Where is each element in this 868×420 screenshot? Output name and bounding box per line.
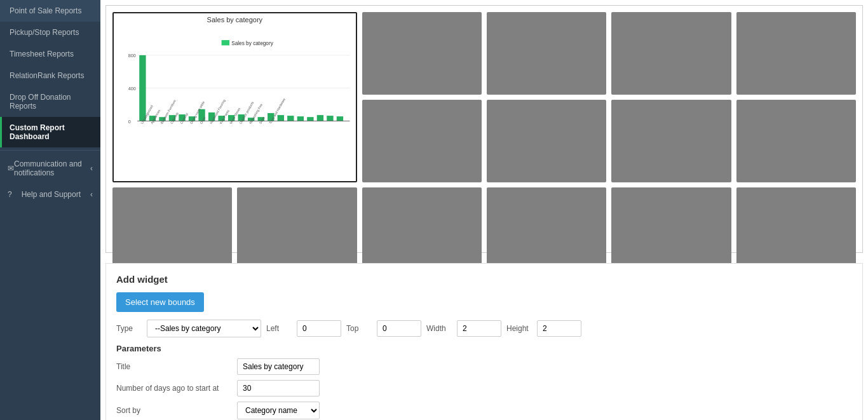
widget-placeholder-10: [237, 187, 356, 270]
type-select[interactable]: --Sales by categorySales by categorySale…: [147, 320, 261, 337]
widget-placeholder-14: [736, 187, 856, 270]
svg-rect-28: [337, 116, 343, 121]
section-label-help-and-support: Help and Support: [22, 190, 81, 199]
title-param-input[interactable]: [237, 358, 320, 375]
chart-svg: Sales by category 800 400 0: [116, 25, 353, 171]
chart-container: Sales by category Sales by category 800 …: [116, 16, 353, 179]
svg-rect-8: [139, 55, 146, 121]
svg-rect-0: [222, 40, 229, 45]
days-param-input[interactable]: [237, 380, 320, 396]
widget-placeholder-11: [362, 187, 482, 270]
width-label: Width: [426, 324, 452, 333]
widget-placeholder-3: [611, 12, 731, 95]
chevron-icon-communication-notifications: ‹: [90, 164, 93, 173]
sidebar-item-timesheet-reports[interactable]: Timesheet Reports: [0, 43, 100, 65]
svg-text:0: 0: [128, 119, 131, 125]
type-label: Type: [116, 324, 142, 333]
svg-rect-23: [287, 116, 294, 121]
left-input[interactable]: [297, 320, 341, 337]
widget-placeholder-4: [736, 12, 856, 95]
widget-config-row: Type --Sales by categorySales by categor…: [116, 320, 852, 337]
height-input[interactable]: [537, 320, 581, 337]
sort-param-label: Sort by: [116, 406, 231, 415]
widget-placeholder-2: [487, 12, 606, 95]
sidebar-item-custom-report-dashboard[interactable]: Custom Report Dashboard: [0, 117, 100, 147]
chart-title: Sales by category: [116, 16, 353, 24]
section-icon-help-and-support: ?: [8, 190, 12, 199]
widget-placeholder-7: [611, 100, 731, 182]
chart-widget: Sales by category Sales by category 800 …: [112, 12, 357, 182]
title-param-label: Title: [116, 362, 231, 371]
widget-placeholder-6: [487, 100, 606, 182]
svg-rect-27: [327, 116, 333, 121]
svg-rect-25: [307, 117, 313, 121]
sort-param-row: Sort by Category nameTotal salesItem cou…: [116, 402, 852, 419]
sidebar-section-communication-notifications[interactable]: ✉Communication and notifications‹: [0, 153, 100, 184]
svg-rect-24: [297, 116, 304, 121]
sidebar-item-drop-off-donation-reports[interactable]: Drop Off Donation Reports: [0, 86, 100, 117]
chevron-icon-help-and-support: ‹: [90, 190, 93, 199]
days-param-label: Number of days ago to start at: [116, 384, 231, 393]
sidebar-item-pickup-stop-reports[interactable]: Pickup/Stop Reports: [0, 22, 100, 43]
width-input[interactable]: [457, 320, 501, 337]
sidebar: Point of Sale ReportsPickup/Stop Reports…: [0, 0, 100, 420]
svg-text:400: 400: [128, 86, 136, 91]
days-param-row: Number of days ago to start at: [116, 380, 852, 396]
svg-rect-22: [278, 115, 284, 121]
sidebar-item-relationrank-reports[interactable]: RelationRank Reports: [0, 65, 100, 86]
main-content: Sales by category Sales by category 800 …: [100, 0, 868, 420]
widget-placeholder-12: [487, 187, 606, 270]
widget-placeholder-1: [362, 12, 482, 95]
svg-rect-26: [317, 115, 323, 121]
sidebar-section-help-and-support[interactable]: ?Help and Support‹: [0, 184, 100, 205]
top-input[interactable]: [377, 320, 421, 337]
widget-placeholder-8: [736, 100, 856, 182]
sort-select[interactable]: Category nameTotal salesItem count: [237, 402, 320, 419]
widget-placeholder-13: [611, 187, 731, 270]
title-param-row: Title: [116, 358, 852, 375]
parameters-title: Parameters: [116, 344, 852, 353]
dashboard-grid: Sales by category Sales by category 800 …: [105, 5, 863, 253]
section-label-communication-notifications: Communication and notifications: [14, 159, 90, 177]
height-label: Height: [506, 324, 532, 333]
left-label: Left: [266, 324, 292, 333]
sidebar-item-point-of-sale-reports[interactable]: Point of Sale Reports: [0, 0, 100, 22]
add-widget-section: Add widget Select new bounds Type --Sale…: [105, 263, 863, 420]
svg-text:800: 800: [128, 53, 136, 58]
top-label: Top: [346, 324, 372, 333]
select-bounds-button[interactable]: Select new bounds: [116, 292, 204, 312]
widget-placeholder-9: [112, 187, 232, 270]
svg-text:Sales by category: Sales by category: [231, 41, 274, 46]
add-widget-title: Add widget: [116, 274, 852, 285]
section-icon-communication-notifications: ✉: [8, 164, 14, 173]
widget-placeholder-5: [362, 100, 482, 182]
